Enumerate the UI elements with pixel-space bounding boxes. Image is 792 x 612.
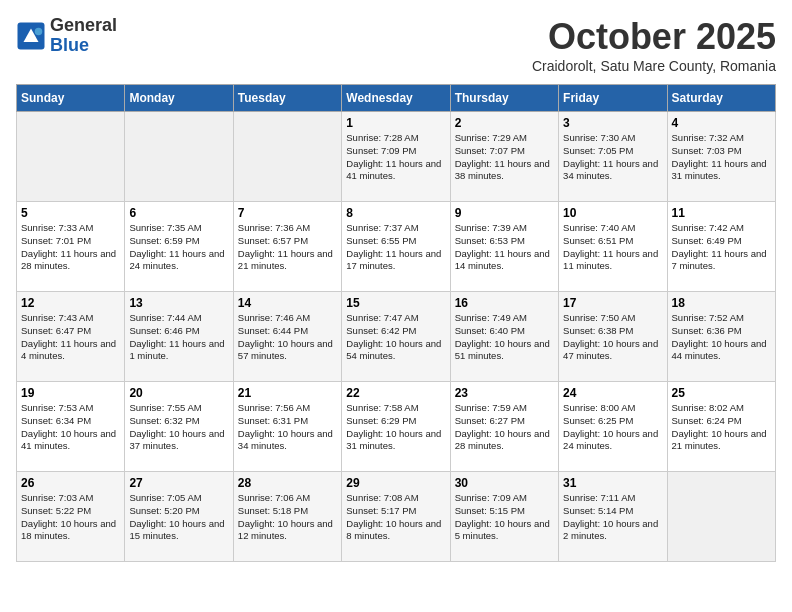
calendar-cell — [233, 112, 341, 202]
calendar-cell: 1Sunrise: 7:28 AM Sunset: 7:09 PM Daylig… — [342, 112, 450, 202]
day-number: 1 — [346, 116, 445, 130]
calendar-cell: 28Sunrise: 7:06 AM Sunset: 5:18 PM Dayli… — [233, 472, 341, 562]
day-number: 13 — [129, 296, 228, 310]
calendar-week-row: 26Sunrise: 7:03 AM Sunset: 5:22 PM Dayli… — [17, 472, 776, 562]
day-number: 4 — [672, 116, 771, 130]
day-info: Sunrise: 7:50 AM Sunset: 6:38 PM Dayligh… — [563, 312, 662, 363]
location-title: Craidorolt, Satu Mare County, Romania — [532, 58, 776, 74]
day-info: Sunrise: 7:33 AM Sunset: 7:01 PM Dayligh… — [21, 222, 120, 273]
day-info: Sunrise: 7:39 AM Sunset: 6:53 PM Dayligh… — [455, 222, 554, 273]
logo-text: General Blue — [50, 16, 117, 56]
calendar-cell: 17Sunrise: 7:50 AM Sunset: 6:38 PM Dayli… — [559, 292, 667, 382]
day-info: Sunrise: 7:36 AM Sunset: 6:57 PM Dayligh… — [238, 222, 337, 273]
weekday-header: Sunday — [17, 85, 125, 112]
month-title: October 2025 — [532, 16, 776, 58]
day-number: 11 — [672, 206, 771, 220]
day-number: 15 — [346, 296, 445, 310]
calendar-cell: 2Sunrise: 7:29 AM Sunset: 7:07 PM Daylig… — [450, 112, 558, 202]
calendar-cell: 16Sunrise: 7:49 AM Sunset: 6:40 PM Dayli… — [450, 292, 558, 382]
page-header: General Blue October 2025 Craidorolt, Sa… — [16, 16, 776, 74]
day-number: 22 — [346, 386, 445, 400]
day-info: Sunrise: 7:05 AM Sunset: 5:20 PM Dayligh… — [129, 492, 228, 543]
day-number: 28 — [238, 476, 337, 490]
calendar-cell: 5Sunrise: 7:33 AM Sunset: 7:01 PM Daylig… — [17, 202, 125, 292]
calendar-cell: 29Sunrise: 7:08 AM Sunset: 5:17 PM Dayli… — [342, 472, 450, 562]
calendar-table: SundayMondayTuesdayWednesdayThursdayFrid… — [16, 84, 776, 562]
day-info: Sunrise: 7:03 AM Sunset: 5:22 PM Dayligh… — [21, 492, 120, 543]
day-number: 31 — [563, 476, 662, 490]
day-info: Sunrise: 7:42 AM Sunset: 6:49 PM Dayligh… — [672, 222, 771, 273]
calendar-week-row: 12Sunrise: 7:43 AM Sunset: 6:47 PM Dayli… — [17, 292, 776, 382]
calendar-cell: 26Sunrise: 7:03 AM Sunset: 5:22 PM Dayli… — [17, 472, 125, 562]
day-info: Sunrise: 7:58 AM Sunset: 6:29 PM Dayligh… — [346, 402, 445, 453]
day-info: Sunrise: 7:09 AM Sunset: 5:15 PM Dayligh… — [455, 492, 554, 543]
day-info: Sunrise: 7:52 AM Sunset: 6:36 PM Dayligh… — [672, 312, 771, 363]
weekday-header: Friday — [559, 85, 667, 112]
day-number: 6 — [129, 206, 228, 220]
day-number: 17 — [563, 296, 662, 310]
day-number: 29 — [346, 476, 445, 490]
day-number: 25 — [672, 386, 771, 400]
day-info: Sunrise: 7:49 AM Sunset: 6:40 PM Dayligh… — [455, 312, 554, 363]
day-info: Sunrise: 7:59 AM Sunset: 6:27 PM Dayligh… — [455, 402, 554, 453]
calendar-cell: 30Sunrise: 7:09 AM Sunset: 5:15 PM Dayli… — [450, 472, 558, 562]
day-info: Sunrise: 7:40 AM Sunset: 6:51 PM Dayligh… — [563, 222, 662, 273]
calendar-cell: 13Sunrise: 7:44 AM Sunset: 6:46 PM Dayli… — [125, 292, 233, 382]
calendar-cell: 9Sunrise: 7:39 AM Sunset: 6:53 PM Daylig… — [450, 202, 558, 292]
svg-point-2 — [35, 28, 43, 36]
day-info: Sunrise: 7:08 AM Sunset: 5:17 PM Dayligh… — [346, 492, 445, 543]
day-info: Sunrise: 7:43 AM Sunset: 6:47 PM Dayligh… — [21, 312, 120, 363]
day-info: Sunrise: 7:55 AM Sunset: 6:32 PM Dayligh… — [129, 402, 228, 453]
day-number: 2 — [455, 116, 554, 130]
day-number: 26 — [21, 476, 120, 490]
day-info: Sunrise: 7:56 AM Sunset: 6:31 PM Dayligh… — [238, 402, 337, 453]
day-info: Sunrise: 7:32 AM Sunset: 7:03 PM Dayligh… — [672, 132, 771, 183]
calendar-cell: 12Sunrise: 7:43 AM Sunset: 6:47 PM Dayli… — [17, 292, 125, 382]
calendar-cell: 18Sunrise: 7:52 AM Sunset: 6:36 PM Dayli… — [667, 292, 775, 382]
calendar-cell — [125, 112, 233, 202]
day-number: 8 — [346, 206, 445, 220]
calendar-cell: 3Sunrise: 7:30 AM Sunset: 7:05 PM Daylig… — [559, 112, 667, 202]
title-block: October 2025 Craidorolt, Satu Mare Count… — [532, 16, 776, 74]
day-info: Sunrise: 7:47 AM Sunset: 6:42 PM Dayligh… — [346, 312, 445, 363]
calendar-cell: 4Sunrise: 7:32 AM Sunset: 7:03 PM Daylig… — [667, 112, 775, 202]
day-number: 20 — [129, 386, 228, 400]
day-info: Sunrise: 8:02 AM Sunset: 6:24 PM Dayligh… — [672, 402, 771, 453]
weekday-header: Wednesday — [342, 85, 450, 112]
day-info: Sunrise: 7:06 AM Sunset: 5:18 PM Dayligh… — [238, 492, 337, 543]
day-number: 12 — [21, 296, 120, 310]
day-info: Sunrise: 7:28 AM Sunset: 7:09 PM Dayligh… — [346, 132, 445, 183]
calendar-cell: 21Sunrise: 7:56 AM Sunset: 6:31 PM Dayli… — [233, 382, 341, 472]
day-number: 24 — [563, 386, 662, 400]
logo: General Blue — [16, 16, 117, 56]
day-info: Sunrise: 8:00 AM Sunset: 6:25 PM Dayligh… — [563, 402, 662, 453]
calendar-week-row: 1Sunrise: 7:28 AM Sunset: 7:09 PM Daylig… — [17, 112, 776, 202]
day-number: 16 — [455, 296, 554, 310]
day-info: Sunrise: 7:11 AM Sunset: 5:14 PM Dayligh… — [563, 492, 662, 543]
calendar-cell: 14Sunrise: 7:46 AM Sunset: 6:44 PM Dayli… — [233, 292, 341, 382]
day-info: Sunrise: 7:53 AM Sunset: 6:34 PM Dayligh… — [21, 402, 120, 453]
logo-blue: Blue — [50, 36, 117, 56]
day-number: 21 — [238, 386, 337, 400]
logo-general: General — [50, 16, 117, 36]
day-number: 9 — [455, 206, 554, 220]
day-number: 18 — [672, 296, 771, 310]
weekday-header-row: SundayMondayTuesdayWednesdayThursdayFrid… — [17, 85, 776, 112]
day-number: 30 — [455, 476, 554, 490]
day-info: Sunrise: 7:29 AM Sunset: 7:07 PM Dayligh… — [455, 132, 554, 183]
day-number: 14 — [238, 296, 337, 310]
calendar-cell — [17, 112, 125, 202]
calendar-cell — [667, 472, 775, 562]
weekday-header: Thursday — [450, 85, 558, 112]
calendar-cell: 31Sunrise: 7:11 AM Sunset: 5:14 PM Dayli… — [559, 472, 667, 562]
day-number: 27 — [129, 476, 228, 490]
logo-icon — [16, 21, 46, 51]
calendar-cell: 25Sunrise: 8:02 AM Sunset: 6:24 PM Dayli… — [667, 382, 775, 472]
day-info: Sunrise: 7:30 AM Sunset: 7:05 PM Dayligh… — [563, 132, 662, 183]
day-info: Sunrise: 7:46 AM Sunset: 6:44 PM Dayligh… — [238, 312, 337, 363]
day-info: Sunrise: 7:35 AM Sunset: 6:59 PM Dayligh… — [129, 222, 228, 273]
calendar-cell: 8Sunrise: 7:37 AM Sunset: 6:55 PM Daylig… — [342, 202, 450, 292]
calendar-cell: 19Sunrise: 7:53 AM Sunset: 6:34 PM Dayli… — [17, 382, 125, 472]
calendar-cell: 10Sunrise: 7:40 AM Sunset: 6:51 PM Dayli… — [559, 202, 667, 292]
calendar-week-row: 19Sunrise: 7:53 AM Sunset: 6:34 PM Dayli… — [17, 382, 776, 472]
